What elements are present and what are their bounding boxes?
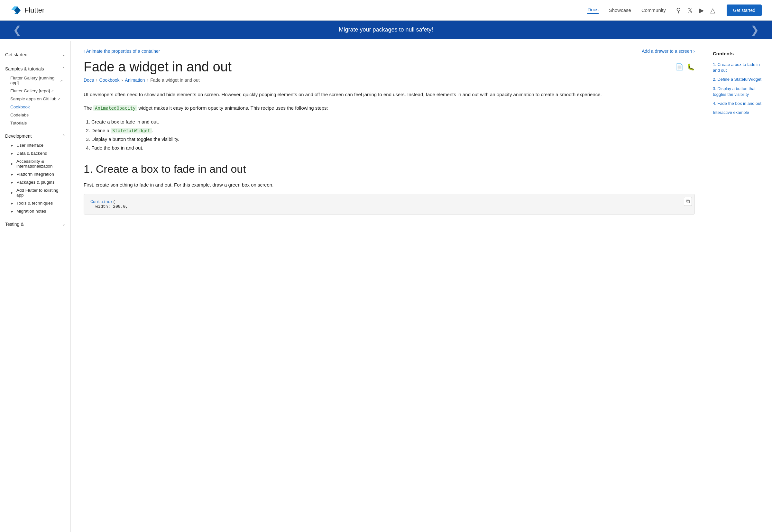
sidebar-item-data-backend[interactable]: ► Data & backend bbox=[8, 149, 65, 157]
banner-text: Migrate your packages to null safety! bbox=[339, 26, 433, 33]
sidebar-section-development: Development ⌃ ► User interface ► Data & … bbox=[0, 129, 70, 217]
stateful-widget-code[interactable]: StatefulWidget bbox=[111, 128, 152, 133]
breadcrumb-current: Fade a widget in and out bbox=[150, 78, 199, 83]
page-title-row: Fade a widget in and out 📄 🐛 bbox=[84, 59, 695, 75]
code-block: ⧉ Container( width: 200.0, bbox=[84, 194, 695, 215]
arrow-right-icon: ► bbox=[10, 180, 14, 184]
arrow-right-icon: ► bbox=[10, 191, 14, 195]
arrow-right-icon: ► bbox=[10, 172, 14, 176]
sidebar-title-samples[interactable]: Samples & tutorials ⌃ bbox=[5, 64, 65, 74]
intro-p2-prefix: The bbox=[84, 105, 93, 111]
section1-text: First, create something to fade in and o… bbox=[84, 181, 695, 189]
sidebar-item-platform-integration[interactable]: ► Platform integration bbox=[8, 170, 65, 178]
banner-prev-icon[interactable]: ❮ bbox=[13, 24, 22, 36]
sidebar-section-samples: Samples & tutorials ⌃ Flutter Gallery [r… bbox=[0, 62, 70, 129]
arrow-right-icon: ► bbox=[10, 209, 14, 213]
chevron-down-icon: ⌄ bbox=[62, 222, 65, 226]
main-layout: Get started ⌄ Samples & tutorials ⌃ Flut… bbox=[0, 39, 772, 234]
breadcrumb-animation[interactable]: Animation bbox=[125, 78, 145, 83]
chevron-up-icon: ⌃ bbox=[62, 67, 65, 71]
sidebar-title-development[interactable]: Development ⌃ bbox=[5, 131, 65, 141]
toc-sidebar: Contents 1. Create a box to fade in and … bbox=[708, 41, 772, 234]
list-item: Fade the box in and out. bbox=[91, 143, 695, 152]
code-content: Container( width: 200.0, bbox=[90, 199, 688, 209]
nav-docs[interactable]: Docs bbox=[587, 7, 598, 14]
doc-icon[interactable]: 📄 bbox=[675, 63, 684, 71]
title-actions: 📄 🐛 bbox=[675, 63, 695, 71]
sidebar-sub-development: ► User interface ► Data & backend ► Acce… bbox=[5, 141, 65, 215]
section1-heading: 1. Create a box to fade in and out bbox=[84, 162, 695, 176]
sidebar-item-sample-apps[interactable]: Sample apps on GitHub ➚ bbox=[8, 95, 65, 103]
toc-title: Contents bbox=[713, 51, 767, 56]
nav-community[interactable]: Community bbox=[641, 7, 666, 13]
sidebar: Get started ⌄ Samples & tutorials ⌃ Flut… bbox=[0, 41, 71, 234]
banner-next-icon[interactable]: ❯ bbox=[750, 24, 759, 36]
intro-p2-suffix: widget makes it easy to perform opacity … bbox=[137, 105, 328, 111]
sidebar-item-cookbook[interactable]: Cookbook bbox=[8, 103, 65, 111]
breadcrumb: Docs › Cookbook › Animation › Fade a wid… bbox=[84, 78, 695, 83]
sidebar-item-migration-notes[interactable]: ► Migration notes bbox=[8, 207, 65, 215]
list-item: Create a box to fade in and out. bbox=[91, 117, 695, 126]
steps-list: Create a box to fade in and out. Define … bbox=[91, 117, 695, 152]
flutter-logo-icon bbox=[10, 5, 22, 16]
toc-item-1[interactable]: 1. Create a box to fade in and out bbox=[713, 60, 767, 75]
breadcrumb-sep: › bbox=[147, 78, 149, 83]
external-link-icon: ➚ bbox=[60, 79, 63, 82]
sidebar-section-get-started: Get started ⌄ bbox=[0, 48, 70, 62]
sidebar-title-get-started-label: Get started bbox=[5, 52, 27, 57]
sidebar-title-get-started[interactable]: Get started ⌄ bbox=[5, 50, 65, 60]
nav-showcase[interactable]: Showcase bbox=[609, 7, 631, 13]
twitter-icon[interactable]: 𝕏 bbox=[687, 6, 693, 14]
main-nav: Docs Showcase Community bbox=[587, 7, 666, 14]
intro-p1: UI developers often need to show and hid… bbox=[84, 90, 695, 99]
sidebar-title-testing[interactable]: Testing & ⌄ bbox=[5, 219, 65, 229]
search-icon[interactable]: ⚲ bbox=[676, 6, 681, 14]
sidebar-section-testing: Testing & ⌄ bbox=[0, 217, 70, 231]
external-link-icon: ➚ bbox=[58, 97, 60, 101]
sidebar-item-user-interface[interactable]: ► User interface bbox=[8, 141, 65, 149]
sidebar-title-testing-label: Testing & bbox=[5, 222, 24, 227]
youtube-icon[interactable]: ▶ bbox=[699, 6, 704, 14]
header-icons: ⚲ 𝕏 ▶ △ Get started bbox=[676, 5, 762, 16]
intro-p2: The AnimatedOpacity widget makes it easy… bbox=[84, 104, 695, 112]
sidebar-item-add-flutter[interactable]: ► Add Flutter to existing app bbox=[8, 186, 65, 199]
sidebar-title-development-label: Development bbox=[5, 133, 32, 139]
copy-code-button[interactable]: ⧉ bbox=[684, 197, 692, 206]
arrow-right-icon: ► bbox=[10, 162, 14, 166]
toc-item-3[interactable]: 3. Display a button that toggles the vis… bbox=[713, 84, 767, 99]
main-content: ‹ Animate the properties of a container … bbox=[71, 39, 708, 234]
header: Flutter Docs Showcase Community ⚲ 𝕏 ▶ △ … bbox=[0, 0, 772, 21]
arrow-right-icon: ► bbox=[10, 143, 14, 147]
sidebar-item-accessibility[interactable]: ► Accessibility & internationalization bbox=[8, 157, 65, 170]
sidebar-item-packages-plugins[interactable]: ► Packages & plugins bbox=[8, 178, 65, 186]
sidebar-item-tools-techniques[interactable]: ► Tools & techniques bbox=[8, 199, 65, 207]
sidebar-item-flutter-gallery-running[interactable]: Flutter Gallery [running app] ➚ bbox=[8, 74, 65, 87]
toc-item-4[interactable]: 4. Fade the box in and out bbox=[713, 99, 767, 108]
page-nav: ‹ Animate the properties of a container … bbox=[84, 49, 695, 54]
breadcrumb-docs[interactable]: Docs bbox=[84, 78, 94, 83]
breadcrumb-cookbook[interactable]: Cookbook bbox=[99, 78, 120, 83]
next-page-link[interactable]: Add a drawer to a screen › bbox=[642, 49, 695, 54]
sidebar-item-codelabs[interactable]: Codelabs bbox=[8, 111, 65, 119]
toc-item-interactive[interactable]: Interactive example bbox=[713, 108, 767, 117]
bug-icon[interactable]: 🐛 bbox=[687, 63, 695, 71]
arrow-right-icon: ► bbox=[10, 151, 14, 155]
toc-item-2[interactable]: 2. Define a StatefulWidget bbox=[713, 75, 767, 84]
external-link-icon: ➚ bbox=[51, 89, 54, 93]
github-icon[interactable]: △ bbox=[710, 6, 715, 14]
logo-area: Flutter bbox=[10, 5, 44, 16]
chevron-down-icon: ⌄ bbox=[62, 52, 65, 57]
breadcrumb-sep: › bbox=[122, 78, 123, 83]
code-keyword: Container bbox=[90, 199, 113, 204]
page-title: Fade a widget in and out bbox=[84, 59, 232, 75]
list-item: Display a button that toggles the visibi… bbox=[91, 135, 695, 143]
chevron-up-icon: ⌃ bbox=[62, 134, 65, 138]
logo-text: Flutter bbox=[24, 6, 44, 14]
sidebar-item-tutorials[interactable]: Tutorials bbox=[8, 119, 65, 127]
sidebar-item-flutter-gallery-repo[interactable]: Flutter Gallery [repo] ➚ bbox=[8, 87, 65, 95]
null-safety-banner: ❮ Migrate your packages to null safety! … bbox=[0, 21, 772, 39]
animated-opacity-code[interactable]: AnimatedOpacity bbox=[93, 105, 137, 111]
get-started-button[interactable]: Get started bbox=[727, 5, 762, 16]
sidebar-title-samples-label: Samples & tutorials bbox=[5, 66, 44, 71]
prev-page-link[interactable]: ‹ Animate the properties of a container bbox=[84, 49, 160, 54]
